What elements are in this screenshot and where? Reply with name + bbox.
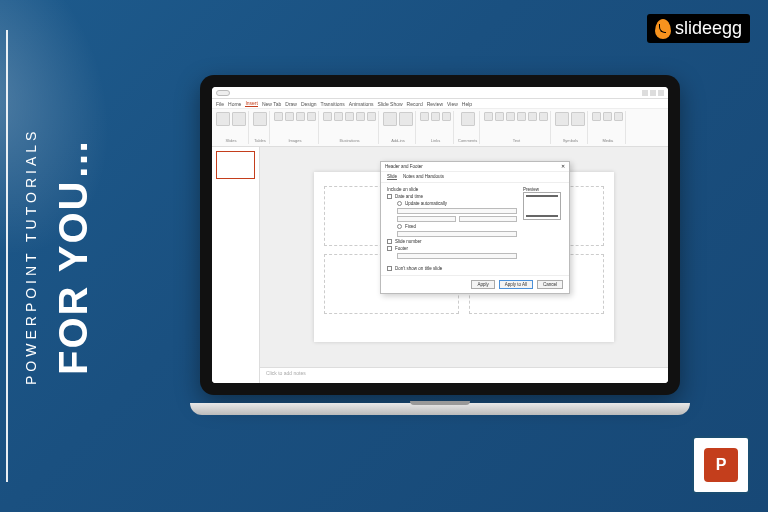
laptop-notch xyxy=(410,401,470,405)
checkbox-dont-show-title[interactable] xyxy=(387,266,392,271)
menu-animations[interactable]: Animations xyxy=(349,101,374,107)
side-title-block: POWERPOINT TUTORIALS FOR YOU… xyxy=(10,0,108,512)
ribbon-icon[interactable] xyxy=(495,112,504,121)
ribbon-icon[interactable] xyxy=(399,112,413,126)
ribbon-group-label: Comments xyxy=(458,138,477,143)
menu-view[interactable]: View xyxy=(447,101,458,107)
powerpoint-icon: P xyxy=(704,448,738,482)
menu-insert[interactable]: Insert xyxy=(245,100,258,107)
ribbon-icon[interactable] xyxy=(345,112,354,121)
ribbon-icon[interactable] xyxy=(461,112,475,126)
menu-help[interactable]: Help xyxy=(462,101,472,107)
footer-input[interactable] xyxy=(397,253,517,259)
ribbon-icon[interactable] xyxy=(555,112,569,126)
ribbon-icon[interactable] xyxy=(383,112,397,126)
menu-transitions[interactable]: Transitions xyxy=(321,101,345,107)
ribbon-icon[interactable] xyxy=(216,112,230,126)
menu-home[interactable]: Home xyxy=(228,101,241,107)
apply-all-button[interactable]: Apply to All xyxy=(499,280,533,289)
ribbon-icon[interactable] xyxy=(307,112,316,121)
menu-draw[interactable]: Draw xyxy=(285,101,297,107)
checkbox-footer[interactable] xyxy=(387,246,392,251)
ribbon-icon[interactable] xyxy=(334,112,343,121)
section-label: Include on slide xyxy=(387,187,517,192)
ribbon-group-label: Text xyxy=(513,138,520,143)
brand-logo: slideegg xyxy=(647,14,750,43)
ribbon-icon[interactable] xyxy=(603,112,612,121)
dialog-titlebar: Header and Footer ✕ xyxy=(381,162,569,172)
menu-new-tab[interactable]: New Tab xyxy=(262,101,281,107)
side-subtitle: POWERPOINT TUTORIALS xyxy=(23,127,39,384)
brand-text: slideegg xyxy=(675,18,742,39)
laptop-mockup: FileHomeInsertNew TabDrawDesignTransitio… xyxy=(200,75,680,415)
ribbon-group-label: Slides xyxy=(226,138,237,143)
ribbon-group-media: Media xyxy=(590,111,626,144)
ribbon-icon[interactable] xyxy=(274,112,283,121)
close-icon[interactable]: ✕ xyxy=(561,164,565,169)
ribbon-icon[interactable] xyxy=(296,112,305,121)
menu-design[interactable]: Design xyxy=(301,101,317,107)
menu-review[interactable]: Review xyxy=(427,101,443,107)
ribbon: SlidesTablesImagesIllustrationsAdd-insLi… xyxy=(212,109,668,147)
ribbon-icon[interactable] xyxy=(517,112,526,121)
slide-canvas[interactable]: Header and Footer ✕ Slide Notes and Hand… xyxy=(260,147,668,367)
ribbon-group-label: Tables xyxy=(254,138,266,143)
ribbon-group-label: Links xyxy=(431,138,440,143)
egg-icon xyxy=(655,19,671,39)
autosave-toggle[interactable] xyxy=(216,90,230,96)
slide-thumbnails[interactable] xyxy=(212,147,260,383)
radio-fixed[interactable] xyxy=(397,224,402,229)
date-format-combo[interactable] xyxy=(397,208,517,214)
ribbon-icon[interactable] xyxy=(571,112,585,126)
app-screen: FileHomeInsertNew TabDrawDesignTransitio… xyxy=(212,87,668,383)
tab-slide[interactable]: Slide xyxy=(387,174,397,180)
workspace: Header and Footer ✕ Slide Notes and Hand… xyxy=(212,147,668,383)
ribbon-icon[interactable] xyxy=(367,112,376,121)
ribbon-group-label: Add-ins xyxy=(391,138,405,143)
notes-pane[interactable]: Click to add notes xyxy=(260,367,668,383)
menu-slide-show[interactable]: Slide Show xyxy=(378,101,403,107)
ribbon-group-label: Media xyxy=(602,138,613,143)
dialog-title: Header and Footer xyxy=(385,164,423,169)
language-combo[interactable] xyxy=(397,216,456,222)
ribbon-icon[interactable] xyxy=(285,112,294,121)
radio-update-auto[interactable] xyxy=(397,201,402,206)
ribbon-group-tables: Tables xyxy=(251,111,270,144)
ribbon-icon[interactable] xyxy=(442,112,451,121)
menu-file[interactable]: File xyxy=(216,101,224,107)
ribbon-group-illustrations: Illustrations xyxy=(321,111,379,144)
tab-notes-handouts[interactable]: Notes and Handouts xyxy=(403,174,444,180)
ribbon-group-label: Images xyxy=(288,138,301,143)
ribbon-icon[interactable] xyxy=(323,112,332,121)
window-controls[interactable] xyxy=(642,90,664,96)
ribbon-icon[interactable] xyxy=(484,112,493,121)
thumbnail-1[interactable] xyxy=(216,151,255,179)
ribbon-icon[interactable] xyxy=(420,112,429,121)
calendar-combo[interactable] xyxy=(459,216,518,222)
checkbox-datetime[interactable] xyxy=(387,194,392,199)
ribbon-group-label: Illustrations xyxy=(339,138,359,143)
ribbon-icon[interactable] xyxy=(356,112,365,121)
ribbon-group-add-ins: Add-ins xyxy=(381,111,416,144)
side-title: FOR YOU… xyxy=(51,137,96,375)
fixed-date-input[interactable] xyxy=(397,231,517,237)
preview-box xyxy=(523,192,561,220)
ribbon-group-symbols: Symbols xyxy=(553,111,588,144)
ribbon-icon[interactable] xyxy=(506,112,515,121)
cancel-button[interactable]: Cancel xyxy=(537,280,563,289)
ribbon-icon[interactable] xyxy=(253,112,267,126)
ribbon-icon[interactable] xyxy=(592,112,601,121)
apply-button[interactable]: Apply xyxy=(471,280,494,289)
ribbon-group-text: Text xyxy=(482,111,551,144)
ribbon-group-links: Links xyxy=(418,111,454,144)
ribbon-icon[interactable] xyxy=(528,112,537,121)
checkbox-slide-number[interactable] xyxy=(387,239,392,244)
ribbon-icon[interactable] xyxy=(232,112,246,126)
ribbon-group-label: Symbols xyxy=(563,138,578,143)
menu-record[interactable]: Record xyxy=(407,101,423,107)
ribbon-group-comments: Comments xyxy=(456,111,480,144)
ribbon-icon[interactable] xyxy=(539,112,548,121)
ribbon-icon[interactable] xyxy=(431,112,440,121)
ribbon-group-images: Images xyxy=(272,111,319,144)
ribbon-icon[interactable] xyxy=(614,112,623,121)
